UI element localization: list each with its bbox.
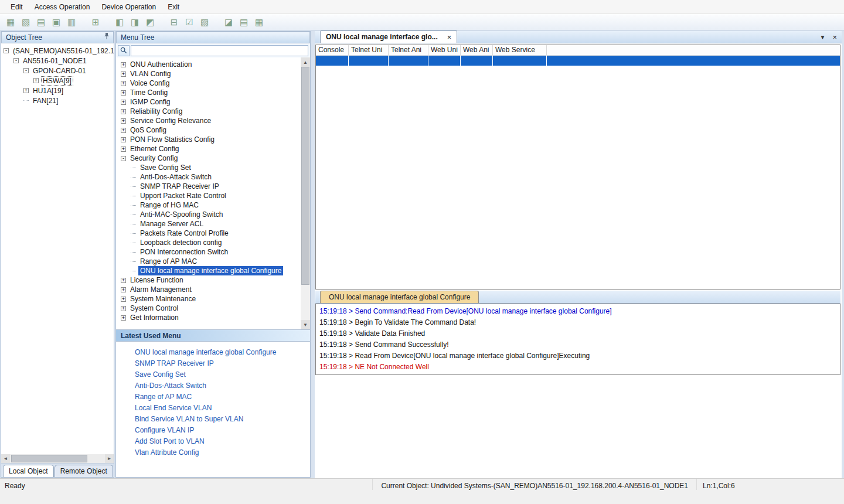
- menu-tree-node[interactable]: Upport Packet Rate Control: [118, 191, 301, 200]
- object-tree-label[interactable]: GPON-CARD-01: [31, 66, 88, 76]
- table-cell[interactable]: [349, 56, 389, 66]
- expand-icon[interactable]: +: [23, 88, 29, 93]
- toolbar-icon-14-icon[interactable]: ▤: [238, 16, 250, 28]
- object-tree-label[interactable]: AN5516-01_NODE1: [21, 56, 89, 66]
- expand-icon[interactable]: +: [121, 137, 126, 142]
- close-all-icon[interactable]: ×: [832, 34, 837, 40]
- scroll-left-icon[interactable]: ◄: [1, 454, 10, 463]
- toolbar-icon-3-icon[interactable]: ▤: [35, 16, 47, 28]
- result-tab[interactable]: ONU local manage interface global Config…: [320, 291, 479, 303]
- expand-icon[interactable]: +: [121, 109, 126, 114]
- menu-tree-node[interactable]: PON Interconnection Switch: [118, 247, 301, 257]
- collapse-icon[interactable]: -: [121, 156, 126, 161]
- expand-icon[interactable]: +: [121, 100, 126, 105]
- toolbar-icon-11-icon[interactable]: ☑: [183, 16, 195, 28]
- menu-tree-label[interactable]: Service Config Relevance: [128, 116, 213, 125]
- menu-tree-node[interactable]: +Service Config Relevance: [118, 116, 301, 125]
- menu-tree-label[interactable]: Reliability Config: [128, 107, 184, 116]
- table-cell[interactable]: [461, 56, 493, 66]
- vscroll-thumb[interactable]: [301, 67, 309, 285]
- menu-tree-label[interactable]: SNMP TRAP Receiver IP: [138, 182, 221, 191]
- hscroll-track[interactable]: [10, 454, 105, 463]
- menu-edit[interactable]: Edit: [5, 0, 29, 14]
- menu-tree-node[interactable]: +IGMP Config: [118, 97, 301, 107]
- menu-tree-node[interactable]: ONU local manage interface global Config…: [118, 266, 301, 275]
- menu-tree-label[interactable]: Save Config Set: [138, 163, 193, 172]
- menu-tree-label[interactable]: Voice Config: [128, 79, 171, 88]
- object-tree-node[interactable]: FAN[21]: [1, 96, 114, 105]
- toolbar-icon-4-icon[interactable]: ▣: [50, 16, 62, 28]
- menu-tree-label[interactable]: System Maintenance: [128, 294, 198, 304]
- object-tree-node[interactable]: +HSWA[9]: [1, 76, 114, 86]
- toolbar-icon-8-icon[interactable]: ◨: [129, 16, 141, 28]
- menu-device-operation[interactable]: Device Operation: [96, 0, 162, 14]
- document-tab[interactable]: ONU local manage interface glo... ×: [320, 30, 457, 43]
- scroll-right-icon[interactable]: ►: [105, 454, 114, 463]
- latest-used-link[interactable]: Local End Service VLAN: [116, 403, 310, 414]
- menu-tree-label[interactable]: QoS Config: [128, 125, 168, 135]
- latest-used-link[interactable]: Range of AP MAC: [116, 391, 310, 403]
- menu-tree-label[interactable]: Loopback detection config: [138, 238, 223, 247]
- latest-used-link[interactable]: Save Config Set: [116, 369, 310, 380]
- toolbar-icon-1-icon[interactable]: ▦: [5, 16, 16, 28]
- menu-tree-node[interactable]: +License Function: [118, 275, 301, 285]
- menu-tree-node[interactable]: SNMP TRAP Receiver IP: [118, 182, 301, 191]
- column-header[interactable]: Telnet Ani: [389, 45, 428, 55]
- tab-list-dropdown-icon[interactable]: ▼: [820, 34, 826, 40]
- menu-tree-node[interactable]: +Get Information: [118, 313, 301, 322]
- menu-tree-label[interactable]: Packets Rate Control Profile: [138, 229, 230, 238]
- expand-icon[interactable]: +: [121, 297, 126, 302]
- menu-tree-node[interactable]: +Reliability Config: [118, 107, 301, 116]
- menu-tree-node[interactable]: Range of AP MAC: [118, 257, 301, 266]
- object-tree-hscrollbar[interactable]: ◄ ►: [1, 454, 114, 463]
- pin-icon[interactable]: [104, 32, 110, 43]
- toolbar-icon-13-icon[interactable]: ◪: [223, 16, 234, 28]
- menu-tree-node[interactable]: Packets Rate Control Profile: [118, 229, 301, 238]
- expand-icon[interactable]: +: [33, 78, 39, 83]
- expand-icon[interactable]: +: [121, 315, 126, 321]
- column-header[interactable]: Telnet Uni: [349, 45, 389, 55]
- menu-tree-label[interactable]: Anti-MAC-Spoofing Switch: [138, 210, 224, 219]
- menu-tree-node[interactable]: Save Config Set: [118, 163, 301, 172]
- menu-tree-node[interactable]: +System Control: [118, 304, 301, 313]
- toolbar-icon-7-icon[interactable]: ◧: [114, 16, 125, 28]
- menu-tree-label[interactable]: ONU local manage interface global Config…: [138, 266, 283, 275]
- expand-icon[interactable]: +: [121, 90, 126, 96]
- log-output[interactable]: 15:19:18 > Send Command:Read From Device…: [315, 304, 840, 375]
- latest-used-link[interactable]: Vlan Attribute Config: [116, 447, 310, 458]
- menu-tree-label[interactable]: License Function: [128, 275, 185, 285]
- object-tree-label[interactable]: FAN[21]: [31, 96, 60, 105]
- vscroll-track[interactable]: [301, 67, 310, 320]
- latest-used-link[interactable]: Anti-Dos-Attack Switch: [116, 380, 310, 391]
- menu-tree-node[interactable]: -Security Config: [118, 154, 301, 163]
- menu-tree-label[interactable]: PON Interconnection Switch: [138, 247, 230, 257]
- object-tree-node[interactable]: -GPON-CARD-01: [1, 66, 114, 76]
- scroll-up-icon[interactable]: ▲: [301, 57, 310, 67]
- menu-tree-label[interactable]: Range of HG MAC: [138, 200, 200, 210]
- menu-tree-label[interactable]: PON Flow Statistics Config: [128, 135, 216, 144]
- menu-tree-node[interactable]: Loopback detection config: [118, 238, 301, 247]
- latest-used-link[interactable]: ONU local manage interface global Config…: [116, 347, 310, 358]
- search-button[interactable]: [118, 45, 130, 56]
- toolbar-icon-6-icon[interactable]: ⊞: [90, 16, 101, 28]
- object-tree-label[interactable]: HSWA[9]: [41, 76, 73, 86]
- menu-search-input[interactable]: [131, 45, 308, 56]
- object-tree-node[interactable]: -AN5516-01_NODE1: [1, 56, 114, 66]
- menu-tree-node[interactable]: +PON Flow Statistics Config: [118, 135, 301, 144]
- tab-close-icon[interactable]: ×: [447, 33, 452, 41]
- column-header[interactable]: Web Service Port: [493, 45, 547, 55]
- menu-tree-label[interactable]: Get Information: [128, 313, 181, 322]
- menu-tree-label[interactable]: Upport Packet Rate Control: [138, 191, 228, 200]
- latest-used-link[interactable]: Configure VLAN IP: [116, 425, 310, 436]
- object-tree-label[interactable]: HU1A[19]: [31, 86, 65, 96]
- expand-icon[interactable]: +: [121, 71, 126, 77]
- menu-tree-label[interactable]: Manage Server ACL: [138, 219, 205, 229]
- table-selected-row[interactable]: [316, 56, 840, 66]
- object-tree-node[interactable]: +HU1A[19]: [1, 86, 114, 96]
- table-cell-filler[interactable]: [547, 56, 840, 66]
- table-cell[interactable]: [493, 56, 547, 66]
- menu-exit[interactable]: Exit: [162, 0, 185, 14]
- collapse-icon[interactable]: -: [23, 68, 29, 73]
- column-header[interactable]: Console: [316, 45, 349, 55]
- hscroll-thumb[interactable]: [11, 455, 87, 462]
